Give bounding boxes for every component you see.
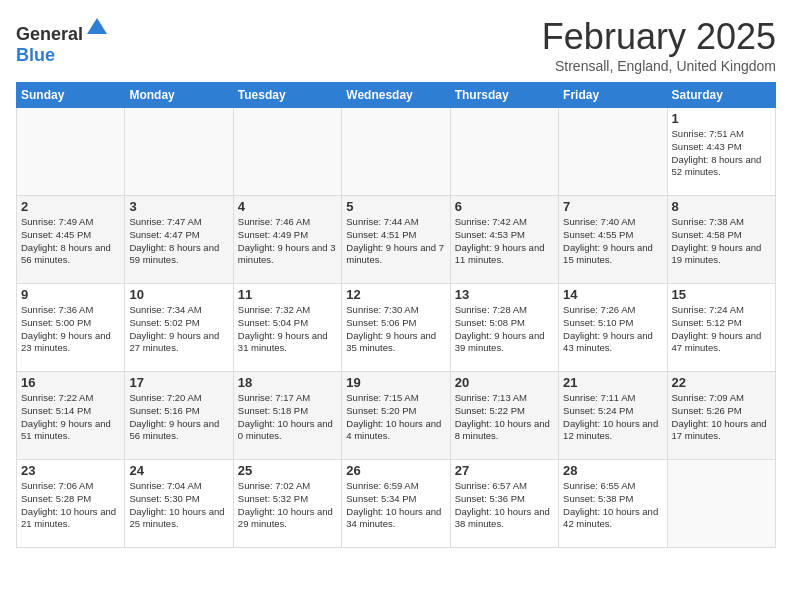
day-cell [125,108,233,196]
header-row: SundayMondayTuesdayWednesdayThursdayFrid… [17,83,776,108]
day-info: Sunrise: 7:09 AM Sunset: 5:26 PM Dayligh… [672,392,771,443]
day-info: Sunrise: 7:28 AM Sunset: 5:08 PM Dayligh… [455,304,554,355]
day-info: Sunrise: 7:02 AM Sunset: 5:32 PM Dayligh… [238,480,337,531]
day-number: 7 [563,199,662,214]
day-info: Sunrise: 7:40 AM Sunset: 4:55 PM Dayligh… [563,216,662,267]
col-header-wednesday: Wednesday [342,83,450,108]
day-cell: 12Sunrise: 7:30 AM Sunset: 5:06 PM Dayli… [342,284,450,372]
day-info: Sunrise: 7:34 AM Sunset: 5:02 PM Dayligh… [129,304,228,355]
day-number: 12 [346,287,445,302]
day-number: 18 [238,375,337,390]
col-header-thursday: Thursday [450,83,558,108]
day-info: Sunrise: 7:11 AM Sunset: 5:24 PM Dayligh… [563,392,662,443]
day-info: Sunrise: 7:24 AM Sunset: 5:12 PM Dayligh… [672,304,771,355]
day-info: Sunrise: 7:04 AM Sunset: 5:30 PM Dayligh… [129,480,228,531]
day-number: 9 [21,287,120,302]
day-number: 3 [129,199,228,214]
day-info: Sunrise: 7:42 AM Sunset: 4:53 PM Dayligh… [455,216,554,267]
day-info: Sunrise: 7:06 AM Sunset: 5:28 PM Dayligh… [21,480,120,531]
day-cell: 16Sunrise: 7:22 AM Sunset: 5:14 PM Dayli… [17,372,125,460]
col-header-monday: Monday [125,83,233,108]
day-cell [667,460,775,548]
day-cell: 20Sunrise: 7:13 AM Sunset: 5:22 PM Dayli… [450,372,558,460]
day-cell: 27Sunrise: 6:57 AM Sunset: 5:36 PM Dayli… [450,460,558,548]
day-info: Sunrise: 7:17 AM Sunset: 5:18 PM Dayligh… [238,392,337,443]
day-number: 10 [129,287,228,302]
day-number: 6 [455,199,554,214]
day-number: 15 [672,287,771,302]
day-info: Sunrise: 7:51 AM Sunset: 4:43 PM Dayligh… [672,128,771,179]
calendar-body: 1Sunrise: 7:51 AM Sunset: 4:43 PM Daylig… [17,108,776,548]
day-number: 1 [672,111,771,126]
day-cell: 24Sunrise: 7:04 AM Sunset: 5:30 PM Dayli… [125,460,233,548]
day-number: 28 [563,463,662,478]
day-info: Sunrise: 7:36 AM Sunset: 5:00 PM Dayligh… [21,304,120,355]
day-number: 26 [346,463,445,478]
day-info: Sunrise: 7:32 AM Sunset: 5:04 PM Dayligh… [238,304,337,355]
day-number: 20 [455,375,554,390]
day-number: 19 [346,375,445,390]
day-cell: 25Sunrise: 7:02 AM Sunset: 5:32 PM Dayli… [233,460,341,548]
day-cell: 26Sunrise: 6:59 AM Sunset: 5:34 PM Dayli… [342,460,450,548]
title-block: February 2025 Strensall, England, United… [542,16,776,74]
day-info: Sunrise: 7:22 AM Sunset: 5:14 PM Dayligh… [21,392,120,443]
day-number: 25 [238,463,337,478]
col-header-sunday: Sunday [17,83,125,108]
day-cell [342,108,450,196]
day-cell: 13Sunrise: 7:28 AM Sunset: 5:08 PM Dayli… [450,284,558,372]
logo-icon [85,16,109,40]
day-cell [233,108,341,196]
calendar-header: SundayMondayTuesdayWednesdayThursdayFrid… [17,83,776,108]
day-cell: 6Sunrise: 7:42 AM Sunset: 4:53 PM Daylig… [450,196,558,284]
day-cell: 18Sunrise: 7:17 AM Sunset: 5:18 PM Dayli… [233,372,341,460]
day-info: Sunrise: 7:46 AM Sunset: 4:49 PM Dayligh… [238,216,337,267]
day-number: 11 [238,287,337,302]
day-cell: 2Sunrise: 7:49 AM Sunset: 4:45 PM Daylig… [17,196,125,284]
day-cell: 19Sunrise: 7:15 AM Sunset: 5:20 PM Dayli… [342,372,450,460]
day-cell: 23Sunrise: 7:06 AM Sunset: 5:28 PM Dayli… [17,460,125,548]
day-number: 24 [129,463,228,478]
month-title: February 2025 [542,16,776,58]
day-info: Sunrise: 7:13 AM Sunset: 5:22 PM Dayligh… [455,392,554,443]
day-cell: 8Sunrise: 7:38 AM Sunset: 4:58 PM Daylig… [667,196,775,284]
logo-blue: Blue [16,45,55,65]
day-number: 17 [129,375,228,390]
day-cell: 9Sunrise: 7:36 AM Sunset: 5:00 PM Daylig… [17,284,125,372]
location: Strensall, England, United Kingdom [542,58,776,74]
svg-marker-0 [87,18,107,34]
day-info: Sunrise: 6:59 AM Sunset: 5:34 PM Dayligh… [346,480,445,531]
day-cell: 7Sunrise: 7:40 AM Sunset: 4:55 PM Daylig… [559,196,667,284]
day-number: 8 [672,199,771,214]
week-row-2: 2Sunrise: 7:49 AM Sunset: 4:45 PM Daylig… [17,196,776,284]
day-cell [559,108,667,196]
day-info: Sunrise: 6:55 AM Sunset: 5:38 PM Dayligh… [563,480,662,531]
day-info: Sunrise: 7:38 AM Sunset: 4:58 PM Dayligh… [672,216,771,267]
day-cell: 17Sunrise: 7:20 AM Sunset: 5:16 PM Dayli… [125,372,233,460]
day-cell: 21Sunrise: 7:11 AM Sunset: 5:24 PM Dayli… [559,372,667,460]
page-header: General Blue February 2025 Strensall, En… [16,16,776,74]
col-header-tuesday: Tuesday [233,83,341,108]
day-cell: 28Sunrise: 6:55 AM Sunset: 5:38 PM Dayli… [559,460,667,548]
col-header-friday: Friday [559,83,667,108]
logo-general: General [16,24,83,44]
day-info: Sunrise: 7:49 AM Sunset: 4:45 PM Dayligh… [21,216,120,267]
day-info: Sunrise: 7:44 AM Sunset: 4:51 PM Dayligh… [346,216,445,267]
day-cell: 1Sunrise: 7:51 AM Sunset: 4:43 PM Daylig… [667,108,775,196]
day-cell: 5Sunrise: 7:44 AM Sunset: 4:51 PM Daylig… [342,196,450,284]
day-number: 13 [455,287,554,302]
day-number: 4 [238,199,337,214]
week-row-3: 9Sunrise: 7:36 AM Sunset: 5:00 PM Daylig… [17,284,776,372]
day-info: Sunrise: 7:47 AM Sunset: 4:47 PM Dayligh… [129,216,228,267]
day-cell [17,108,125,196]
day-number: 14 [563,287,662,302]
day-cell: 15Sunrise: 7:24 AM Sunset: 5:12 PM Dayli… [667,284,775,372]
logo: General Blue [16,16,109,66]
week-row-1: 1Sunrise: 7:51 AM Sunset: 4:43 PM Daylig… [17,108,776,196]
week-row-5: 23Sunrise: 7:06 AM Sunset: 5:28 PM Dayli… [17,460,776,548]
week-row-4: 16Sunrise: 7:22 AM Sunset: 5:14 PM Dayli… [17,372,776,460]
day-info: Sunrise: 7:15 AM Sunset: 5:20 PM Dayligh… [346,392,445,443]
day-info: Sunrise: 7:30 AM Sunset: 5:06 PM Dayligh… [346,304,445,355]
day-info: Sunrise: 7:26 AM Sunset: 5:10 PM Dayligh… [563,304,662,355]
day-number: 22 [672,375,771,390]
day-cell: 4Sunrise: 7:46 AM Sunset: 4:49 PM Daylig… [233,196,341,284]
